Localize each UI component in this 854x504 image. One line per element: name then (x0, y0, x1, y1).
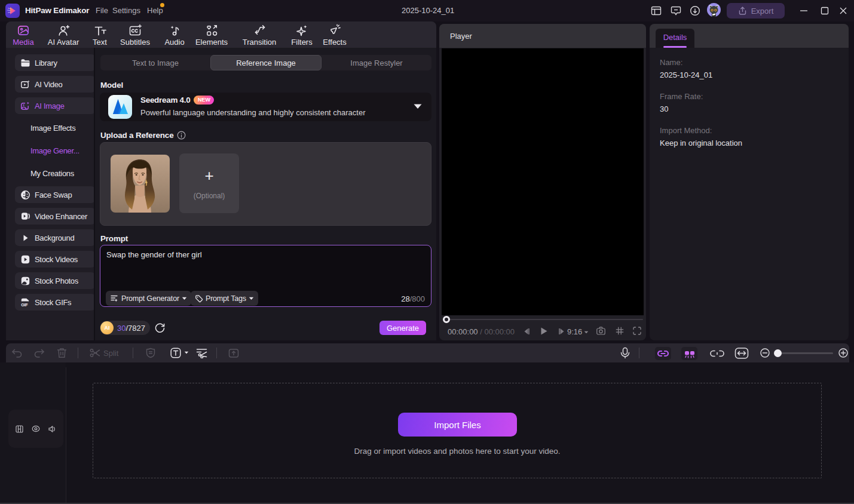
svg-text:GIF: GIF (21, 302, 28, 307)
